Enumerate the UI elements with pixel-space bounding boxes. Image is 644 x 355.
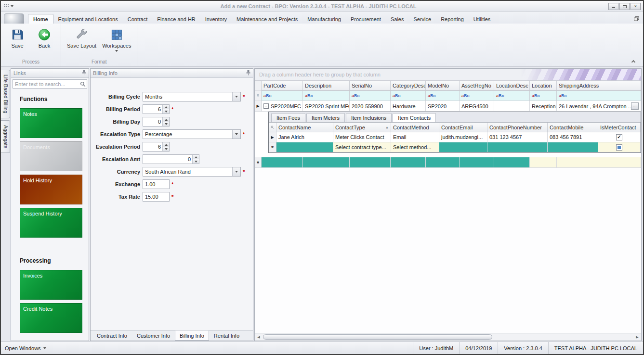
side-tab-life-based-billing[interactable]: Life Based Billing xyxy=(1,70,10,118)
filter-cell-modelno[interactable]: aBc xyxy=(426,91,460,101)
app-menu-icon[interactable] xyxy=(3,3,9,9)
maximize-button[interactable] xyxy=(619,3,630,10)
cell-contactphonenumber[interactable]: 031 123 4567 xyxy=(487,132,548,142)
new-cell-shippingaddress[interactable] xyxy=(557,157,641,168)
exchange-field[interactable]: 1.00 xyxy=(143,179,170,189)
new-cell-contactname[interactable] xyxy=(276,142,333,152)
column-header-ismetercontact[interactable]: IsMeterContact xyxy=(598,123,641,132)
search-icon[interactable] xyxy=(80,81,86,88)
new-cell-categorydesc[interactable] xyxy=(391,157,426,168)
detail-data-row[interactable]: ▶ Jane Alrich Meter Clicks Contact Email… xyxy=(269,132,641,142)
cell-contactmethod[interactable]: Email xyxy=(391,132,439,142)
pin-icon[interactable] xyxy=(246,70,250,76)
scroll-left-button[interactable]: ◀ xyxy=(255,335,263,339)
new-cell-serialno[interactable] xyxy=(350,157,391,168)
application-button[interactable] xyxy=(4,13,24,24)
workspaces-button[interactable]: Workspaces xyxy=(100,25,133,53)
new-cell-contactemail[interactable] xyxy=(439,142,487,152)
new-cell-contactphonenumber[interactable] xyxy=(487,142,548,152)
grid-new-item-row[interactable]: * xyxy=(255,157,641,168)
minimize-button[interactable] xyxy=(608,3,618,10)
ribbon-tab-home[interactable]: Home xyxy=(28,14,53,24)
grid-data-row[interactable]: ▶ − SP2020MFC SP2020 Sprint MFC 2020-559… xyxy=(255,101,641,112)
pin-icon[interactable] xyxy=(82,70,86,76)
detail-header-indicator[interactable] xyxy=(269,123,276,132)
cell-contactemail[interactable]: judith.mudzengi... xyxy=(439,132,487,142)
ribbon-tab-service[interactable]: Service xyxy=(408,14,436,24)
column-header-description[interactable]: Description xyxy=(303,81,350,91)
new-cell-ismetercontact[interactable] xyxy=(598,142,641,152)
ribbon-tab-reporting[interactable]: Reporting xyxy=(436,14,469,24)
new-cell-location[interactable] xyxy=(530,157,557,168)
detail-new-item-row[interactable]: * Select contract type... Select method.… xyxy=(269,142,641,152)
cell-contacttype[interactable]: Meter Clicks Contact xyxy=(333,132,391,142)
search-input[interactable] xyxy=(13,79,87,89)
column-header-contactemail[interactable]: ContactEmail xyxy=(439,123,487,132)
collapse-row-button[interactable]: − xyxy=(263,103,269,109)
cell-contactmobile[interactable]: 083 456 7891 xyxy=(548,132,598,142)
column-header-contactmobile[interactable]: ContactMobile xyxy=(548,123,598,132)
ribbon-tab-procurement[interactable]: Procurement xyxy=(346,14,386,24)
scrollbar-thumb[interactable] xyxy=(263,334,492,340)
open-windows-button[interactable]: Open Windows xyxy=(5,345,46,351)
new-cell-partcode[interactable] xyxy=(262,157,303,168)
column-header-partcode[interactable]: PartCode xyxy=(262,81,303,91)
cell-modelno[interactable]: SP2020 xyxy=(426,101,460,112)
dropdown-button[interactable] xyxy=(232,130,240,139)
cell-ismetercontact[interactable]: ✓ xyxy=(598,132,641,142)
group-by-area[interactable]: Drag a column header here to group by th… xyxy=(255,69,641,81)
cell-shippingaddress[interactable]: 26 Lavendar , 94A Crompton ... ... xyxy=(557,101,641,112)
invoices-button[interactable]: Invoices xyxy=(20,270,82,300)
cell-location[interactable]: Reception xyxy=(530,101,557,112)
cell-serialno[interactable]: 2020-559900 xyxy=(350,101,391,112)
notes-button[interactable]: Notes xyxy=(20,108,82,138)
dropdown-button[interactable] xyxy=(232,167,240,176)
spin-down-button[interactable] xyxy=(163,147,169,151)
cell-contactname[interactable]: Jane Alrich xyxy=(276,132,333,142)
ribbon-tab-contract[interactable]: Contract xyxy=(123,14,153,24)
credit-notes-button[interactable]: Credit Notes xyxy=(20,303,82,333)
new-cell-contacttype[interactable]: Select contract type... xyxy=(333,142,391,152)
new-cell-contactmobile[interactable] xyxy=(548,142,598,152)
scrollbar-track[interactable] xyxy=(263,333,633,341)
mdi-restore-button[interactable] xyxy=(632,15,640,21)
cell-partcode[interactable]: − SP2020MFC xyxy=(262,101,303,112)
ismetercontact-checkbox[interactable]: ✓ xyxy=(616,134,622,140)
close-button[interactable]: × xyxy=(631,3,641,10)
spin-up-button[interactable] xyxy=(193,155,199,159)
spin-up-button[interactable] xyxy=(163,117,169,122)
ribbon-tab-sales[interactable]: Sales xyxy=(386,14,409,24)
documents-button[interactable]: Documents xyxy=(20,141,82,171)
row-indicator[interactable]: ▶ xyxy=(269,132,276,142)
column-header-modelno[interactable]: ModelNo xyxy=(426,81,460,91)
save-layout-button[interactable]: Save Layout xyxy=(65,25,98,50)
filter-cell-location[interactable]: aBc xyxy=(530,91,557,101)
column-header-contactname[interactable]: ContactName xyxy=(276,123,333,132)
side-tab-aggregate[interactable]: Aggregate xyxy=(1,120,10,153)
ribbon-tab-equipment-and-locations[interactable]: Equipment and Locations xyxy=(53,14,123,24)
tab-item-inclusions[interactable]: Item Inclusions xyxy=(346,113,392,122)
tax-rate-field[interactable]: 15.00 xyxy=(143,192,170,202)
column-header-shippingaddress[interactable]: ShippingAddress xyxy=(557,81,641,91)
filter-cell-assetregno[interactable]: aBc xyxy=(460,91,494,101)
row-indicator[interactable]: ▶ xyxy=(255,101,262,112)
hold-history-button[interactable]: Hold History xyxy=(20,175,82,204)
new-cell-modelno[interactable] xyxy=(426,157,460,168)
ribbon-tab-manufacturing[interactable]: Manufacturing xyxy=(302,14,346,24)
new-cell-description[interactable] xyxy=(303,157,350,168)
spin-down-button[interactable] xyxy=(163,122,169,126)
filter-cell-serialno[interactable]: aBc xyxy=(350,91,391,101)
qat-dropdown-icon[interactable] xyxy=(11,5,13,7)
billing-period-stepper[interactable]: 6 xyxy=(143,104,170,114)
ribbon-tab-maintenance-and-projects[interactable]: Maintenance and Projects xyxy=(232,14,302,24)
spin-up-button[interactable] xyxy=(163,142,169,147)
new-cell-locationdesc[interactable] xyxy=(494,157,530,168)
escalation-period-stepper[interactable]: 6 xyxy=(143,142,170,152)
tab-customer-info[interactable]: Customer Info xyxy=(132,330,175,341)
ismetercontact-checkbox[interactable] xyxy=(616,144,622,151)
tab-rental-info[interactable]: Rental Info xyxy=(209,330,244,341)
ribbon-tab-inventory[interactable]: Inventory xyxy=(200,14,232,24)
filter-cell-shippingaddress[interactable]: aBc xyxy=(557,91,641,101)
cell-assetregno[interactable]: AREG4500 xyxy=(460,101,494,112)
column-header-categorydesc[interactable]: CategoryDesc xyxy=(391,81,426,91)
